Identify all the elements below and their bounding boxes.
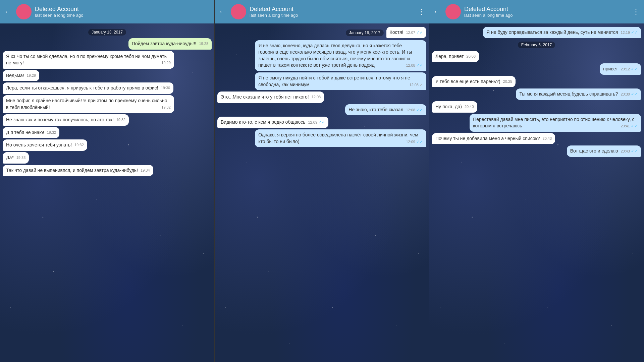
messages-area-1: January 13, 2017 Пойдем завтра куда-ниоу… (0, 23, 214, 362)
message-p1m7: Но очень хочется тебя узнать! 19:32 (3, 139, 87, 151)
avatar-1 (16, 4, 32, 19)
msg-time: 19:34 (141, 168, 150, 173)
messages-area-3: Я не буду оправдываться за каждый день, … (429, 23, 644, 362)
msg-time: 20:41 ✓✓ (621, 123, 638, 129)
message-p3m6: Переставай давай мне писать, это неприят… (470, 114, 641, 132)
msg-time: 20:43 (543, 136, 552, 141)
message-p3m3: У тебя всё ещё есть парень?) 20:25 (432, 76, 516, 87)
message-p3m1: Лера, привет 20:06 (432, 51, 479, 62)
date-divider-1: January 13, 2017 (3, 29, 212, 35)
contact-name-2: Deleted Account (250, 6, 414, 13)
chat-panel-3: ← Deleted Account last seen a long time … (429, 0, 644, 362)
back-button-3[interactable]: ← (433, 7, 441, 16)
chat-header-1: ← Deleted Account last seen a long time … (0, 0, 214, 23)
top-message-row: January 16, 2017 Костя! 12:07 ✓✓ (217, 27, 426, 38)
msg-time: 19:33 (16, 155, 26, 160)
header-info-2: Deleted Account last seen a long time ag… (250, 6, 414, 18)
message-p3m2: привет 20:12 ✓✓ (600, 63, 641, 75)
msg-time: 19:32 (47, 130, 56, 135)
message-p3m4: Ты меня каждый месяц будешь спрашивать? … (516, 88, 641, 100)
message-p2m5: Видимо кто-то, с кем я редко общаюсь 12:… (217, 117, 328, 128)
message-p2m3: Это...Мне сказали что у тебя нет никого!… (217, 92, 324, 103)
message-p1m3: Лера, если ты откажешься, я прирусь к те… (3, 82, 173, 94)
msg-time: 19:32 (116, 117, 126, 122)
date-divider-3: February 6, 2017 (432, 42, 641, 48)
msg-time: 12:08 (312, 95, 321, 100)
chat-header-3: ← Deleted Account last seen a long time … (429, 0, 644, 23)
chat-panel-1: ← Deleted Account last seen a long time … (0, 0, 215, 362)
message-p3m7: Почему ты не добавила меня а черный спис… (432, 133, 555, 144)
msg-time: 12:08 ✓✓ (406, 63, 423, 68)
message-p3m0: Я не буду оправдываться за каждый день, … (483, 27, 641, 38)
message-p2m4: Не знаю, кто тебе сказал 12:08 ✓✓ (345, 104, 426, 116)
msg-time: 20:43 ✓✓ (621, 148, 638, 154)
chat-header-2: ← Deleted Account last seen a long time … (215, 0, 429, 23)
message-p1m9: Так что давай не выпенивпся, и пойдем за… (3, 165, 153, 176)
contact-status-1: last seen a long time ago (35, 13, 210, 18)
message-p1m5: Не знаю как и почему так получилось, но … (3, 114, 129, 126)
msg-time: 20:40 (465, 104, 474, 109)
avatar-3 (445, 4, 461, 19)
message-p3m5: Ну пока, да) 20:40 (432, 101, 477, 113)
msg-time: 19:32 (74, 142, 84, 147)
msg-time: 12:08 ✓ (409, 82, 423, 88)
back-button-2[interactable]: ← (219, 7, 226, 16)
message-p1m0: Пойдем завтра куда-ниоудь!!! 19:28 (128, 38, 212, 50)
message-p1m8: Да* 19:33 (3, 152, 29, 164)
menu-button-3[interactable]: ⋮ (632, 7, 640, 16)
msg-time: 12:07 ✓✓ (406, 30, 423, 36)
msg-time: 20:30 ✓✓ (621, 92, 638, 97)
contact-status-3: last seen a long time ago (464, 13, 629, 18)
header-info-3: Deleted Account last seen a long time ag… (464, 6, 629, 18)
message-p1m2: Ведьма! 19:29 (3, 70, 39, 81)
header-info-1: Deleted Account last seen a long time ag… (35, 6, 210, 18)
messages-area-2: January 16, 2017 Костя! 12:07 ✓✓ Я не зн… (215, 23, 429, 362)
message-p2m0-kostya: Костя! 12:07 ✓✓ (386, 27, 426, 38)
msg-time: 20:12 ✓✓ (621, 66, 638, 72)
message-p2m1: Я не знаю, конечно, куда делась твоя дев… (255, 40, 426, 71)
message-p1m1: Я хз Чо ты со мной сделала, но я по преж… (3, 51, 174, 69)
chat-panel-2: ← Deleted Account last seen a long time … (215, 0, 429, 362)
date-divider-2-top: January 16, 2017 (346, 29, 384, 36)
message-p2m6: Однако, я вероятно более осведомлена нас… (255, 129, 426, 147)
msg-time: 19:29 (161, 60, 171, 65)
menu-button-2[interactable]: ⋮ (418, 7, 425, 16)
message-p1m6: Д я тебя не знаю! 19:32 (3, 127, 59, 138)
avatar-2 (231, 4, 246, 19)
message-p3m8: Вот щас это и сделаю 20:43 ✓✓ (567, 145, 641, 157)
msg-time: 19:30 (161, 85, 170, 90)
message-p1m4: Мне пофиг, я крайне настойчивый! Я при э… (3, 95, 174, 113)
msg-time: 12:08 ✓✓ (406, 107, 423, 113)
msg-time: 12:09 ✓✓ (308, 120, 325, 125)
contact-name-3: Deleted Account (464, 6, 629, 13)
msg-time: 20:06 (467, 54, 476, 59)
msg-time: 19:28 (199, 41, 208, 46)
message-p2m2: Я не смогу никуда пойти с тобой и даже в… (255, 72, 426, 90)
contact-name-1: Deleted Account (35, 6, 210, 13)
msg-time: 12:09 ✓✓ (406, 139, 423, 145)
contact-status-2: last seen a long time ago (250, 13, 414, 18)
msg-time: 19:32 (161, 105, 171, 110)
msg-time: 12:19 ✓✓ (621, 30, 638, 36)
msg-time: 19:29 (27, 73, 36, 78)
msg-time: 20:25 (503, 79, 513, 84)
back-button-1[interactable]: ← (4, 7, 11, 16)
